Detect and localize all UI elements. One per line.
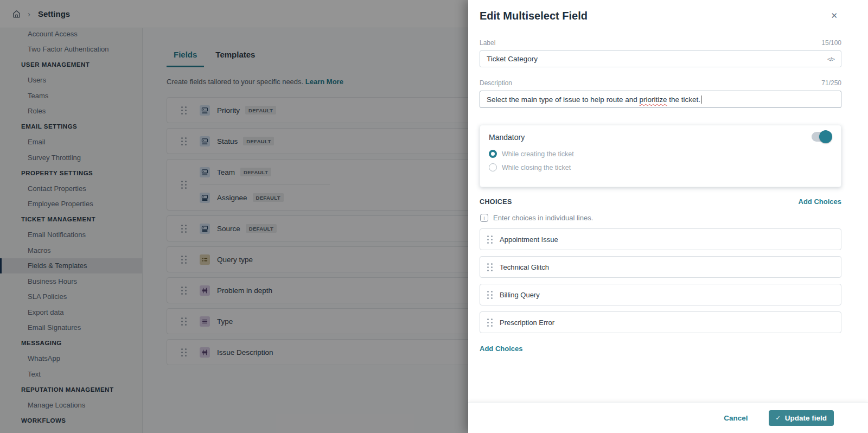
drawer-header: Edit Multiselect Field ✕ [468, 0, 868, 22]
choices-heading: CHOICES [480, 198, 512, 206]
radio-label: While creating the ticket [502, 150, 574, 158]
choice-label: Prescription Error [500, 319, 554, 327]
text-caret [701, 95, 701, 104]
drag-dot [487, 242, 489, 244]
drag-dot [487, 319, 489, 320]
drag-dot [487, 239, 489, 240]
radio-button[interactable] [489, 150, 497, 158]
choices-header: CHOICES Add Choices [480, 198, 841, 206]
drag-dot [487, 322, 489, 323]
drag-dot [491, 270, 493, 271]
drag-dot [491, 266, 493, 268]
drag-dot [487, 297, 489, 299]
choice-row-billing-query[interactable]: Billing Query [480, 284, 841, 305]
choices-hint: Enter choices in individual lines. [493, 214, 593, 222]
choice-row-technical-glitch[interactable]: Technical Glitch [480, 256, 841, 278]
description-char-counter: 71/250 [821, 79, 841, 87]
description-field-label: Description [480, 79, 512, 87]
radio-button[interactable] [489, 163, 497, 171]
drag-dot [491, 294, 493, 296]
drag-dot [491, 291, 493, 292]
mandatory-options: While creating the ticketWhile closing t… [489, 150, 832, 171]
drag-dot [491, 263, 493, 265]
drag-dot [491, 319, 493, 320]
radio-option-while-creating-the-ticket[interactable]: While creating the ticket [489, 150, 832, 158]
drag-dot [487, 263, 489, 265]
drag-dot [487, 235, 489, 237]
label-input[interactable] [487, 55, 827, 63]
drag-dot [491, 242, 493, 244]
label-char-counter: 15/100 [821, 39, 841, 47]
add-choices-link-top[interactable]: Add Choices [799, 198, 841, 206]
close-icon[interactable]: ✕ [831, 11, 838, 20]
mandatory-card: Mandatory While creating the ticketWhile… [480, 125, 841, 187]
drag-handle[interactable] [487, 263, 493, 271]
mandatory-label: Mandatory [489, 133, 832, 142]
drag-dot [491, 239, 493, 240]
drag-handle[interactable] [487, 235, 493, 244]
drag-handle[interactable] [487, 291, 493, 299]
mandatory-toggle[interactable] [812, 132, 831, 142]
radio-option-while-closing-the-ticket[interactable]: While closing the ticket [489, 163, 832, 171]
drag-dot [487, 325, 489, 327]
add-choices-link-bottom[interactable]: Add Choices [480, 345, 522, 353]
update-field-button[interactable]: ✓ Update field [769, 410, 834, 426]
label-field-row: Label 15/100 [480, 39, 841, 47]
drag-dot [487, 294, 489, 296]
description-input[interactable]: Select the main type of issue to help ro… [480, 91, 841, 108]
description-text: Select the main type of issue to help ro… [487, 95, 701, 104]
choice-row-prescription-error[interactable]: Prescription Error [480, 311, 841, 333]
drag-dot [487, 266, 489, 268]
choices-hint-row: i Enter choices in individual lines. [480, 214, 841, 222]
toggle-knob [819, 130, 832, 143]
drag-dot [487, 291, 489, 292]
drag-dot [491, 322, 493, 323]
drag-dot [491, 235, 493, 237]
choice-row-appointment-issue[interactable]: Appointment Issue [480, 228, 841, 250]
drag-dot [491, 297, 493, 299]
drag-dot [487, 270, 489, 271]
code-icon[interactable]: </> [827, 56, 834, 62]
drawer-footer: Cancel ✓ Update field [468, 402, 868, 433]
choice-label: Billing Query [500, 291, 540, 299]
label-field-label: Label [480, 39, 495, 47]
label-input-shell: </> [480, 50, 841, 67]
choice-label: Appointment Issue [500, 235, 558, 244]
description-field-row: Description 71/250 [480, 79, 841, 87]
drag-handle[interactable] [487, 319, 493, 327]
page-root: › Settings Account AccessTwo Factor Auth… [0, 0, 868, 433]
check-icon: ✓ [776, 415, 781, 422]
drag-dot [491, 325, 493, 327]
radio-label: While closing the ticket [502, 164, 571, 171]
choice-list: Appointment IssueTechnical GlitchBilling… [480, 228, 841, 333]
update-field-label: Update field [785, 414, 827, 422]
info-icon: i [480, 214, 488, 222]
drawer-title: Edit Multiselect Field [480, 10, 838, 22]
choice-label: Technical Glitch [500, 263, 549, 271]
cancel-button[interactable]: Cancel [724, 414, 748, 422]
edit-field-drawer: Edit Multiselect Field ✕ Label 15/100 </… [468, 0, 868, 433]
